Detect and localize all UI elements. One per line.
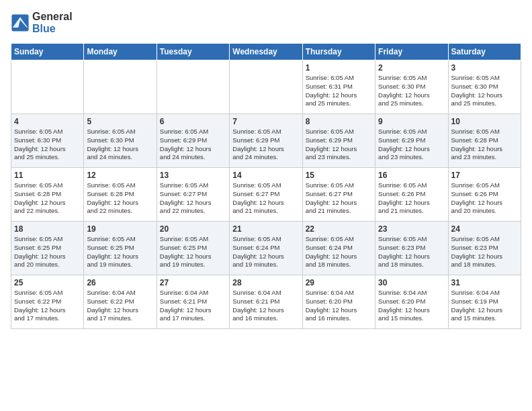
day-number: 11 xyxy=(14,171,81,180)
day-number: 1 xyxy=(306,63,372,73)
day-number: 20 xyxy=(160,224,226,234)
calendar-cell: 13Sunrise: 6:05 AM Sunset: 6:27 PM Dayli… xyxy=(157,168,229,222)
day-number: 24 xyxy=(451,224,518,234)
calendar-cell: 29Sunrise: 6:04 AM Sunset: 6:20 PM Dayli… xyxy=(302,275,375,329)
calendar-cell: 12Sunrise: 6:05 AM Sunset: 6:28 PM Dayli… xyxy=(84,168,157,222)
day-number: 31 xyxy=(451,278,518,287)
day-number: 15 xyxy=(306,171,372,180)
calendar-cell xyxy=(157,60,229,114)
day-info: Sunrise: 6:05 AM Sunset: 6:26 PM Dayligh… xyxy=(451,181,518,216)
logo-icon xyxy=(11,13,30,32)
day-info: Sunrise: 6:04 AM Sunset: 6:19 PM Dayligh… xyxy=(451,289,518,323)
calendar-cell: 6Sunrise: 6:05 AM Sunset: 6:29 PM Daylig… xyxy=(157,114,229,168)
day-info: Sunrise: 6:05 AM Sunset: 6:25 PM Dayligh… xyxy=(14,235,81,269)
day-number: 27 xyxy=(160,278,226,287)
day-info: Sunrise: 6:05 AM Sunset: 6:23 PM Dayligh… xyxy=(378,235,445,269)
calendar-cell: 22Sunrise: 6:05 AM Sunset: 6:24 PM Dayli… xyxy=(302,222,375,275)
calendar-table: SundayMondayTuesdayWednesdayThursdayFrid… xyxy=(11,43,521,329)
calendar-week-row: 4Sunrise: 6:05 AM Sunset: 6:30 PM Daylig… xyxy=(11,114,521,168)
day-info: Sunrise: 6:05 AM Sunset: 6:29 PM Dayligh… xyxy=(232,128,299,162)
weekday-header: Monday xyxy=(84,44,157,60)
logo: General Blue xyxy=(11,11,73,35)
header: General Blue xyxy=(11,11,521,35)
day-number: 18 xyxy=(14,224,81,234)
day-info: Sunrise: 6:04 AM Sunset: 6:20 PM Dayligh… xyxy=(306,289,372,323)
day-number: 14 xyxy=(232,171,299,180)
day-info: Sunrise: 6:04 AM Sunset: 6:20 PM Dayligh… xyxy=(378,289,445,323)
day-info: Sunrise: 6:05 AM Sunset: 6:25 PM Dayligh… xyxy=(87,235,153,269)
day-info: Sunrise: 6:05 AM Sunset: 6:30 PM Dayligh… xyxy=(87,128,153,162)
day-info: Sunrise: 6:05 AM Sunset: 6:27 PM Dayligh… xyxy=(232,181,299,216)
calendar-cell: 19Sunrise: 6:05 AM Sunset: 6:25 PM Dayli… xyxy=(84,222,157,275)
day-number: 3 xyxy=(451,63,518,73)
day-number: 16 xyxy=(378,171,445,180)
day-info: Sunrise: 6:05 AM Sunset: 6:27 PM Dayligh… xyxy=(306,181,372,216)
day-number: 23 xyxy=(378,224,445,234)
weekday-header: Tuesday xyxy=(157,44,229,60)
day-number: 13 xyxy=(160,171,226,180)
weekday-header: Saturday xyxy=(448,44,521,60)
day-info: Sunrise: 6:05 AM Sunset: 6:29 PM Dayligh… xyxy=(306,128,372,162)
day-info: Sunrise: 6:05 AM Sunset: 6:24 PM Dayligh… xyxy=(232,235,299,269)
day-info: Sunrise: 6:05 AM Sunset: 6:31 PM Dayligh… xyxy=(306,74,372,108)
calendar-cell: 17Sunrise: 6:05 AM Sunset: 6:26 PM Dayli… xyxy=(448,168,521,222)
calendar-cell: 14Sunrise: 6:05 AM Sunset: 6:27 PM Dayli… xyxy=(230,168,302,222)
calendar-cell: 10Sunrise: 6:05 AM Sunset: 6:28 PM Dayli… xyxy=(448,114,521,168)
day-number: 29 xyxy=(306,278,372,287)
calendar-cell xyxy=(230,60,302,114)
day-info: Sunrise: 6:05 AM Sunset: 6:29 PM Dayligh… xyxy=(378,128,445,162)
day-number: 26 xyxy=(87,278,153,287)
day-number: 25 xyxy=(14,278,81,287)
day-info: Sunrise: 6:05 AM Sunset: 6:25 PM Dayligh… xyxy=(160,235,226,269)
calendar-cell: 28Sunrise: 6:04 AM Sunset: 6:21 PM Dayli… xyxy=(230,275,302,329)
day-info: Sunrise: 6:05 AM Sunset: 6:23 PM Dayligh… xyxy=(451,235,518,269)
calendar-cell xyxy=(84,60,157,114)
calendar-cell: 11Sunrise: 6:05 AM Sunset: 6:28 PM Dayli… xyxy=(11,168,84,222)
day-number: 12 xyxy=(87,171,153,180)
day-number: 19 xyxy=(87,224,153,234)
logo-text: General Blue xyxy=(32,11,73,35)
calendar-cell: 27Sunrise: 6:04 AM Sunset: 6:21 PM Dayli… xyxy=(157,275,229,329)
day-number: 8 xyxy=(306,117,372,126)
day-info: Sunrise: 6:05 AM Sunset: 6:30 PM Dayligh… xyxy=(14,128,81,162)
calendar-cell: 5Sunrise: 6:05 AM Sunset: 6:30 PM Daylig… xyxy=(84,114,157,168)
day-number: 30 xyxy=(378,278,445,287)
day-info: Sunrise: 6:05 AM Sunset: 6:27 PM Dayligh… xyxy=(160,181,226,216)
weekday-header: Sunday xyxy=(11,44,84,60)
calendar-cell: 30Sunrise: 6:04 AM Sunset: 6:20 PM Dayli… xyxy=(375,275,448,329)
calendar-cell: 2Sunrise: 6:05 AM Sunset: 6:30 PM Daylig… xyxy=(375,60,448,114)
day-number: 22 xyxy=(306,224,372,234)
day-info: Sunrise: 6:05 AM Sunset: 6:28 PM Dayligh… xyxy=(87,181,153,216)
calendar-cell: 9Sunrise: 6:05 AM Sunset: 6:29 PM Daylig… xyxy=(375,114,448,168)
day-info: Sunrise: 6:05 AM Sunset: 6:30 PM Dayligh… xyxy=(451,74,518,108)
weekday-header: Thursday xyxy=(302,44,375,60)
day-info: Sunrise: 6:05 AM Sunset: 6:29 PM Dayligh… xyxy=(160,128,226,162)
day-info: Sunrise: 6:05 AM Sunset: 6:28 PM Dayligh… xyxy=(451,128,518,162)
day-number: 28 xyxy=(232,278,299,287)
day-info: Sunrise: 6:05 AM Sunset: 6:24 PM Dayligh… xyxy=(306,235,372,269)
day-number: 6 xyxy=(160,117,226,126)
calendar-cell: 4Sunrise: 6:05 AM Sunset: 6:30 PM Daylig… xyxy=(11,114,84,168)
calendar-cell: 1Sunrise: 6:05 AM Sunset: 6:31 PM Daylig… xyxy=(302,60,375,114)
calendar-cell xyxy=(11,60,84,114)
calendar-cell: 8Sunrise: 6:05 AM Sunset: 6:29 PM Daylig… xyxy=(302,114,375,168)
day-info: Sunrise: 6:05 AM Sunset: 6:30 PM Dayligh… xyxy=(378,74,445,108)
day-info: Sunrise: 6:05 AM Sunset: 6:22 PM Dayligh… xyxy=(14,289,81,323)
calendar-cell: 26Sunrise: 6:04 AM Sunset: 6:22 PM Dayli… xyxy=(84,275,157,329)
day-info: Sunrise: 6:04 AM Sunset: 6:21 PM Dayligh… xyxy=(160,289,226,323)
day-number: 5 xyxy=(87,117,153,126)
calendar-cell: 20Sunrise: 6:05 AM Sunset: 6:25 PM Dayli… xyxy=(157,222,229,275)
calendar-cell: 24Sunrise: 6:05 AM Sunset: 6:23 PM Dayli… xyxy=(448,222,521,275)
calendar-week-row: 1Sunrise: 6:05 AM Sunset: 6:31 PM Daylig… xyxy=(11,60,521,114)
day-number: 10 xyxy=(451,117,518,126)
calendar-cell: 16Sunrise: 6:05 AM Sunset: 6:26 PM Dayli… xyxy=(375,168,448,222)
weekday-header: Wednesday xyxy=(230,44,302,60)
day-number: 17 xyxy=(451,171,518,180)
calendar-week-row: 25Sunrise: 6:05 AM Sunset: 6:22 PM Dayli… xyxy=(11,275,521,329)
day-info: Sunrise: 6:04 AM Sunset: 6:21 PM Dayligh… xyxy=(232,289,299,323)
calendar-cell: 3Sunrise: 6:05 AM Sunset: 6:30 PM Daylig… xyxy=(448,60,521,114)
weekday-header: Friday xyxy=(375,44,448,60)
calendar-cell: 31Sunrise: 6:04 AM Sunset: 6:19 PM Dayli… xyxy=(448,275,521,329)
day-info: Sunrise: 6:04 AM Sunset: 6:22 PM Dayligh… xyxy=(87,289,153,323)
calendar-week-row: 18Sunrise: 6:05 AM Sunset: 6:25 PM Dayli… xyxy=(11,222,521,275)
